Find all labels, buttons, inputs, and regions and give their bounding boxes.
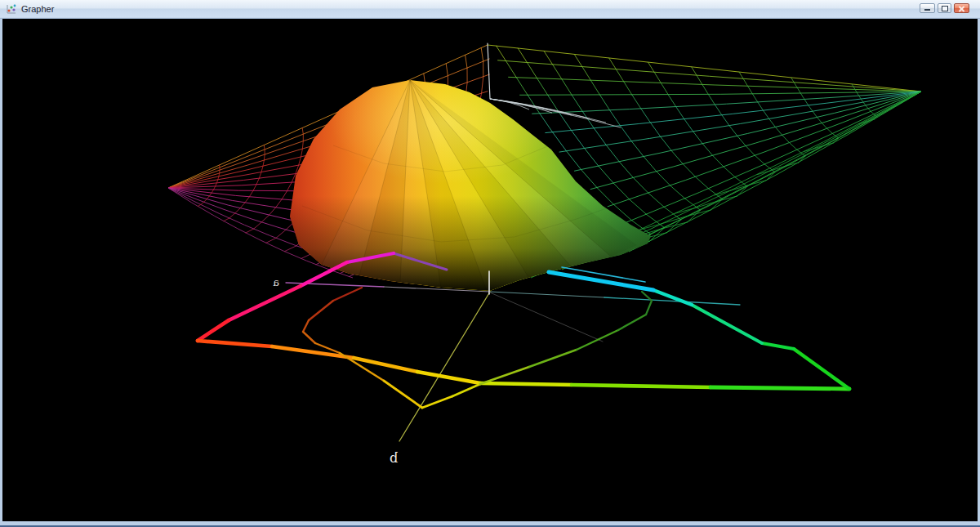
grapher-window: a b Grapher bbox=[0, 0, 980, 527]
window-title: Grapher bbox=[21, 0, 54, 18]
restore-icon bbox=[942, 6, 948, 11]
minimize-button[interactable] bbox=[920, 3, 935, 13]
title-bar[interactable]: Grapher bbox=[0, 0, 980, 19]
close-button[interactable] bbox=[954, 3, 969, 13]
minimize-icon bbox=[924, 9, 930, 11]
restore-button[interactable] bbox=[938, 3, 951, 13]
3d-plot[interactable] bbox=[0, 0, 980, 527]
plot-canvas[interactable]: a b bbox=[0, 0, 980, 527]
window-border-left bbox=[0, 18, 2, 521]
app-icon bbox=[6, 3, 17, 15]
window-controls bbox=[920, 3, 969, 13]
